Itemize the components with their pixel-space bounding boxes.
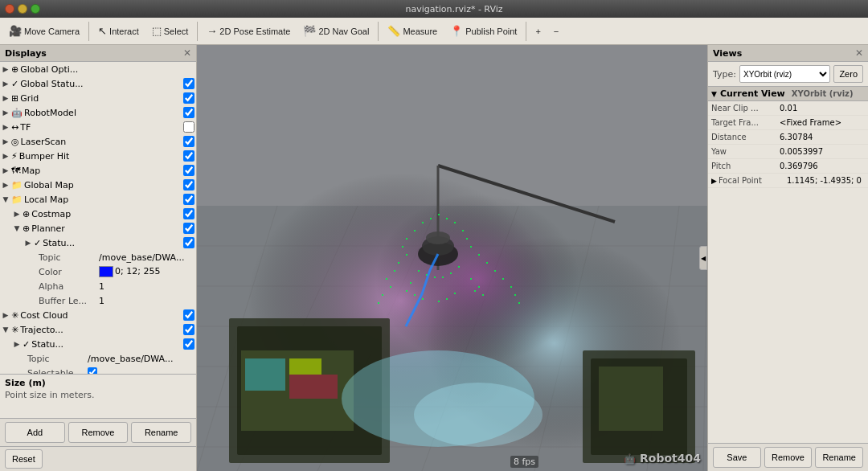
arrow-grid[interactable]: [0, 94, 11, 102]
vp-row-pitch[interactable]: Pitch 0.369796: [708, 159, 868, 174]
vp-row-yaw[interactable]: Yaw 0.0053997: [708, 145, 868, 159]
add-button[interactable]: Add: [5, 422, 65, 443]
minus-button[interactable]: −: [548, 20, 564, 43]
vp-row-distance[interactable]: Distance 6.30784: [708, 130, 868, 145]
costmap-check[interactable]: [183, 208, 194, 219]
tree-item-laser-scan[interactable]: ◎ LaserScan: [0, 134, 196, 149]
tree-item-trajectory-status[interactable]: ✓ Statu...: [0, 337, 196, 351]
arrow-global-status[interactable]: [0, 80, 11, 88]
viewport-collapse-arrow[interactable]: ◀: [699, 246, 707, 270]
arrow-cost-cloud[interactable]: [0, 311, 11, 319]
planner-color-row[interactable]: Color 0; 12; 255: [0, 264, 196, 279]
grid-check[interactable]: [183, 92, 194, 104]
views-rename-button[interactable]: Rename: [815, 447, 863, 468]
svg-rect-58: [494, 270, 496, 272]
arrow-trajectory[interactable]: [0, 326, 11, 334]
publish-point-button[interactable]: 📍 Publish Point: [444, 20, 522, 43]
pose-estimate-button[interactable]: → 2D Pose Estimate: [201, 20, 296, 43]
svg-rect-44: [406, 254, 407, 256]
move-camera-button[interactable]: 🎥 Move Camera: [3, 20, 85, 43]
viewport[interactable]: ◀ 8 fps 🤖 Robot404: [197, 45, 707, 471]
color-swatch[interactable]: [99, 266, 113, 277]
arrow-planner[interactable]: [11, 224, 23, 232]
planner-buffer-row[interactable]: Buffer Le... 1: [0, 293, 196, 308]
arrow-planner-status[interactable]: [23, 239, 34, 247]
traj-topic-row[interactable]: Topic /move_base/DWA...: [0, 351, 196, 366]
planner-check[interactable]: [183, 223, 194, 234]
tree-item-global-status[interactable]: ✓ Global Statu...: [0, 76, 196, 91]
window-controls[interactable]: [5, 4, 40, 14]
tree-item-planner[interactable]: ⊕ Planner: [0, 221, 196, 236]
views-remove-button[interactable]: Remove: [764, 447, 813, 468]
planner-topic-row[interactable]: Topic /move_base/DWA...: [0, 250, 196, 264]
tree-item-planner-status[interactable]: ✓ Statu...: [0, 236, 196, 250]
reset-button[interactable]: Reset: [5, 449, 43, 469]
vp-row-near-clip[interactable]: Near Clip ... 0.01: [708, 101, 868, 116]
displays-header: Displays ✕: [0, 45, 196, 62]
title-bar: navigation.rviz* - RViz: [0, 0, 868, 18]
arrow-global-opts[interactable]: [0, 65, 11, 73]
tree-item-tf[interactable]: ↔ TF: [0, 120, 196, 134]
traj-selectable-check[interactable]: [88, 367, 97, 375]
planner-alpha-row[interactable]: Alpha 1: [0, 279, 196, 293]
tree-item-robot-model[interactable]: 🤖 RobotModel: [0, 105, 196, 120]
planner-label: Planner: [31, 223, 183, 234]
tree-item-grid[interactable]: ⊞ Grid: [0, 91, 196, 105]
robot-model-check[interactable]: [183, 107, 194, 118]
global-status-check[interactable]: [183, 78, 194, 89]
nav-goal-button[interactable]: 🏁 2D Nav Goal: [297, 20, 375, 43]
arrow-traj-status[interactable]: [11, 340, 23, 348]
arrow-laser-scan[interactable]: [0, 137, 11, 145]
traj-status-check[interactable]: [183, 338, 194, 350]
arrow-global-map[interactable]: [0, 181, 11, 189]
tree-item-costmap[interactable]: ⊕ Costmap: [0, 207, 196, 221]
global-map-check[interactable]: [183, 179, 194, 190]
zero-button[interactable]: Zero: [833, 65, 863, 83]
arrow-local-map[interactable]: [0, 195, 11, 203]
planner-status-check[interactable]: [183, 237, 194, 248]
rename-button[interactable]: Rename: [131, 422, 191, 443]
interact-button[interactable]: ↖ Interact: [92, 20, 145, 43]
arrow-costmap[interactable]: [11, 210, 23, 218]
views-type-select[interactable]: XYOrbit (rviz) Orbit (rviz) TopDownOrtho: [739, 65, 830, 83]
remove-button[interactable]: Remove: [68, 422, 129, 443]
cost-cloud-check[interactable]: [183, 309, 194, 321]
views-bottom-buttons: Save Remove Rename: [708, 443, 868, 471]
select-button[interactable]: ⬚ Select: [146, 20, 194, 43]
local-map-check[interactable]: [183, 194, 194, 205]
displays-close-button[interactable]: ✕: [183, 47, 191, 59]
tree-item-trajectory[interactable]: ✳ Trajecto...: [0, 322, 196, 337]
arrow-robot-model[interactable]: [0, 109, 11, 117]
arrow-map[interactable]: [0, 166, 11, 174]
views-close-button[interactable]: ✕: [855, 47, 863, 59]
tree-item-local-map[interactable]: 📁 Local Map: [0, 192, 196, 207]
tree-item-cost-cloud[interactable]: ✳ Cost Cloud: [0, 308, 196, 322]
arrow-bumper-hit[interactable]: [0, 152, 11, 160]
vp-focal-arrow[interactable]: ▶: [711, 177, 717, 185]
tree-item-global-map[interactable]: 📁 Global Map: [0, 178, 196, 192]
maximize-button[interactable]: [31, 4, 40, 14]
vp-row-target-frame[interactable]: Target Fra... <Fixed Frame>: [708, 116, 868, 130]
vp-focal-label: Focal Point: [719, 176, 787, 185]
tree-item-map[interactable]: 🗺 Map: [0, 163, 196, 178]
traj-selectable-row[interactable]: Selectable: [0, 366, 196, 374]
views-save-button[interactable]: Save: [713, 447, 761, 468]
laser-scan-check[interactable]: [183, 136, 194, 147]
trajectory-check[interactable]: [183, 324, 194, 335]
arrow-tf[interactable]: [0, 123, 11, 131]
measure-button[interactable]: 📏 Measure: [382, 20, 443, 43]
global-opts-label: Global Opti...: [20, 64, 196, 75]
tf-check[interactable]: [183, 121, 194, 133]
displays-tree[interactable]: ⊕ Global Opti... ✓ Global Statu... ⊞ Gri…: [0, 62, 196, 374]
minimize-button[interactable]: [18, 4, 27, 14]
map-check[interactable]: [183, 165, 194, 176]
svg-point-28: [414, 383, 542, 447]
tree-item-global-opts[interactable]: ⊕ Global Opti...: [0, 62, 196, 76]
plus-button[interactable]: +: [530, 20, 546, 43]
close-button[interactable]: [5, 4, 14, 14]
vp-row-focal-point[interactable]: ▶ Focal Point 1.1145; -1.4935; 0: [708, 174, 868, 188]
tree-item-bumper-hit[interactable]: ⚡ Bumper Hit: [0, 149, 196, 163]
cv-expand-arrow[interactable]: [711, 88, 717, 99]
pose-icon: →: [207, 25, 217, 37]
bumper-hit-check[interactable]: [183, 150, 194, 162]
